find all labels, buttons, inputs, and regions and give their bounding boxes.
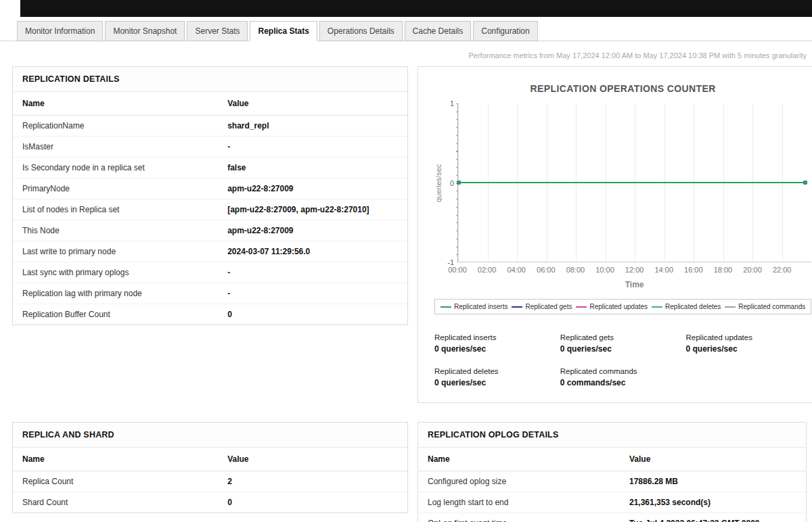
legend-item: Replicated commands xyxy=(725,303,805,310)
x-tick-label: 08:00 xyxy=(566,266,585,274)
stat-label: Replicated gets xyxy=(560,333,686,341)
tab[interactable]: Replica Stats xyxy=(250,21,317,41)
row-value: 2024-03-07 11:29:56.0 xyxy=(218,241,407,262)
row-value: 0 xyxy=(218,304,407,325)
chart-body: queries/sec 10-1 00:0002:0004:0006:0008:… xyxy=(434,103,811,289)
legend-item: Replicated deletes xyxy=(652,303,721,310)
table-row: Configured oplog size 17886.28 MB xyxy=(418,471,806,492)
replication-oplog-panel: REPLICATION OPLOG DETAILS Name Value Con… xyxy=(418,422,807,522)
tab[interactable]: Monitor Snapshot xyxy=(105,21,185,41)
column-header-name: Name xyxy=(418,448,620,471)
stat-value: 0 commands/sec xyxy=(560,378,686,387)
legend-item: Replicated inserts xyxy=(441,303,508,310)
y-axis-title: queries/sec xyxy=(434,103,443,262)
legend-label: Replicated commands xyxy=(738,303,805,310)
row-name: Configured oplog size xyxy=(418,471,620,492)
table-row: ReplicationName shard_repl xyxy=(13,116,407,137)
stat-label: Replicated deletes xyxy=(434,367,560,375)
bottom-row: REPLICA AND SHARD Name Value Replica Cou… xyxy=(12,422,807,522)
stat-value: 0 queries/sec xyxy=(434,344,560,354)
table-row: Replication Buffer Count 0 xyxy=(13,304,407,325)
main-content: REPLICATION DETAILS Name Value Replicati… xyxy=(0,66,812,522)
stat-value: 0 queries/sec xyxy=(434,378,560,387)
row-value: - xyxy=(218,283,407,304)
legend-line-swatch xyxy=(441,306,451,308)
tab[interactable]: Configuration xyxy=(473,21,537,41)
row-name: Replication Buffer Count xyxy=(13,304,218,325)
table-row: Is Secondary node in a replica set false xyxy=(13,158,407,179)
replica-and-shard-panel: REPLICA AND SHARD Name Value Replica Cou… xyxy=(12,422,408,513)
column-header-value: Value xyxy=(620,448,806,471)
table-row: Last write to primary node 2024-03-07 11… xyxy=(13,241,407,262)
chart-title: REPLICATION OPERATIONS COUNTER xyxy=(434,83,811,94)
x-tick-label: 18:00 xyxy=(714,266,733,274)
x-tick-label: 04:00 xyxy=(507,266,526,274)
legend-item: Replicated updates xyxy=(576,303,648,310)
x-tick-label: 16:00 xyxy=(684,266,703,274)
stat-item: Replicated deletes 0 queries/sec xyxy=(434,367,560,387)
tab-label: Operations Details xyxy=(328,26,394,36)
row-value: false xyxy=(218,158,407,179)
chart-stats-grid: Replicated inserts 0 queries/sec Replica… xyxy=(434,333,811,387)
tab-bar: Monitor Information Monitor Snapshot Ser… xyxy=(0,17,812,41)
row-value: - xyxy=(218,262,407,283)
chart-plot xyxy=(457,103,811,262)
legend-label: Replicated updates xyxy=(589,303,648,310)
row-name: This Node xyxy=(13,220,218,241)
tab[interactable]: Operations Details xyxy=(319,21,403,41)
oplog-details-table: Name Value Configured oplog size 17886.2… xyxy=(418,448,806,522)
table-row: Log length start to end 21,361,353 secon… xyxy=(418,492,806,513)
legend-line-swatch xyxy=(725,306,736,308)
table-row: OpLog first event time Tue Jul 4 2023 06… xyxy=(418,513,806,522)
series-line xyxy=(458,182,806,183)
stat-item: Replicated inserts 0 queries/sec xyxy=(434,333,560,354)
table-row: Shard Count 0 xyxy=(13,492,407,513)
tab[interactable]: Monitor Information xyxy=(17,21,103,41)
table-row: Last sync with primary oplogs - xyxy=(13,262,407,283)
legend-label: Replicated inserts xyxy=(454,303,508,310)
legend-line-swatch xyxy=(512,306,522,308)
tab[interactable]: Cache Details xyxy=(405,21,472,41)
replication-details-table: Name Value ReplicationName shard_repl Is… xyxy=(13,92,407,325)
column-header-name: Name xyxy=(13,448,218,471)
row-name: Is Secondary node in a replica set xyxy=(13,158,218,179)
row-name: Last write to primary node xyxy=(13,241,218,262)
x-tick-label: 14:00 xyxy=(654,266,673,274)
tab-label: Server Stats xyxy=(195,26,240,36)
legend-line-swatch xyxy=(576,306,587,308)
stat-label: Replicated inserts xyxy=(434,333,560,341)
chart-legend: Replicated inserts Replicated gets Repli… xyxy=(434,299,811,314)
x-tick-label: 00:00 xyxy=(448,266,467,274)
x-tick-label: 10:00 xyxy=(595,266,614,274)
x-tick-label: 12:00 xyxy=(625,266,644,274)
replica-and-shard-table: Name Value Replica Count 2 Shard Count xyxy=(13,448,407,513)
table-row: PrimaryNode apm-u22-8:27009 xyxy=(13,179,407,199)
legend-label: Replicated gets xyxy=(525,303,572,310)
panel-title: REPLICATION OPLOG DETAILS xyxy=(418,423,806,448)
tab[interactable]: Server Stats xyxy=(187,21,248,41)
table-row: Replica Count 2 xyxy=(13,471,407,492)
stat-label: Replicated updates xyxy=(686,333,812,341)
table-row: Replication lag with primary node - xyxy=(13,283,407,304)
x-axis-title: Time xyxy=(457,280,811,289)
row-value: shard_repl xyxy=(218,116,407,137)
tab-label: Cache Details xyxy=(413,26,464,36)
row-name: Last sync with primary oplogs xyxy=(13,262,218,283)
replication-details-panel: REPLICATION DETAILS Name Value Replicati… xyxy=(12,66,408,325)
column-header-name: Name xyxy=(13,92,218,116)
panel-title: REPLICA AND SHARD xyxy=(13,423,407,448)
legend-line-swatch xyxy=(652,306,662,308)
tab-label: Monitor Snapshot xyxy=(113,26,177,36)
column-header-value: Value xyxy=(218,448,407,471)
row-name: List of nodes in Replica set xyxy=(13,199,218,220)
table-row: List of nodes in Replica set [apm-u22-8:… xyxy=(13,199,407,220)
window-top-bar xyxy=(20,0,812,17)
legend-label: Replicated deletes xyxy=(665,303,721,310)
y-tick-label: 1 xyxy=(450,99,454,108)
stat-label: Replicated commands xyxy=(560,367,686,375)
row-value: apm-u22-8:27009 xyxy=(218,220,407,241)
chart-container: REPLICATION OPERATIONS COUNTER queries/s… xyxy=(418,67,812,402)
stat-value: 0 queries/sec xyxy=(686,344,812,354)
row-value: [apm-u22-8:27009, apm-u22-8:27010] xyxy=(218,199,407,220)
y-tick-label: 0 xyxy=(450,179,454,187)
